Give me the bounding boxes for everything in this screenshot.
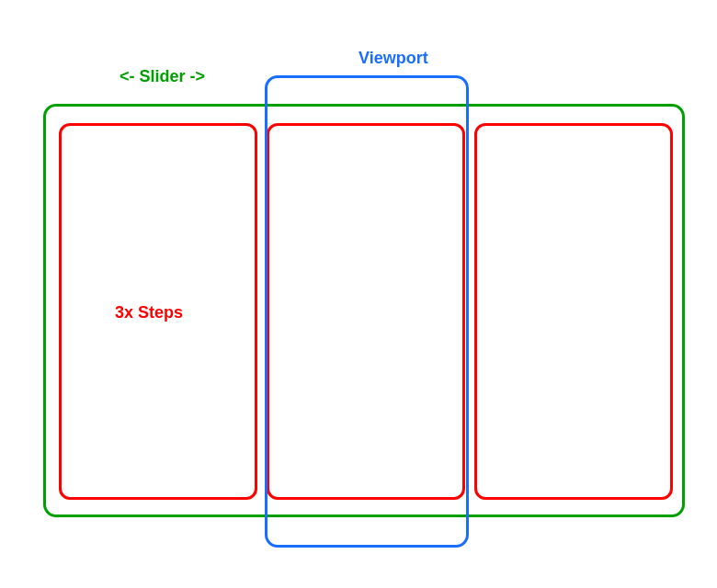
viewport-label: Viewport [358, 49, 428, 68]
viewport-box [265, 75, 469, 548]
slider-label: <- Slider -> [120, 67, 205, 86]
step-panel-3 [474, 123, 673, 500]
step-panel-1 [59, 123, 257, 500]
